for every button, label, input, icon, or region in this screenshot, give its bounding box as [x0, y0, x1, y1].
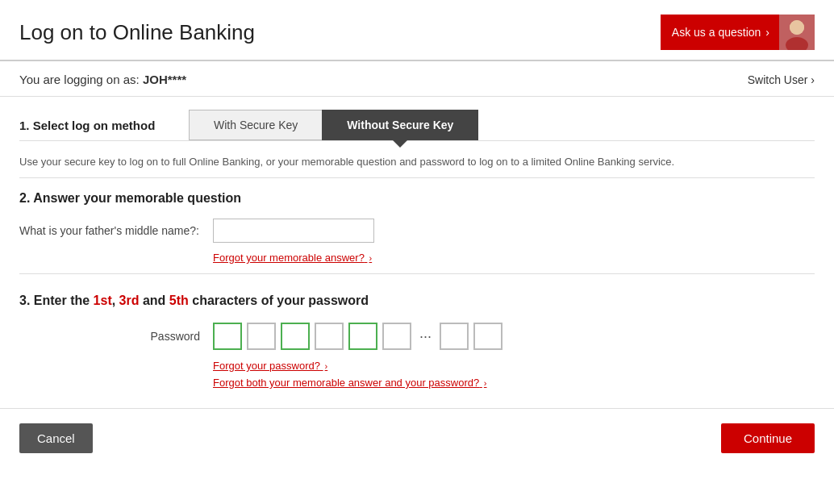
password-box-5[interactable] [348, 323, 377, 350]
switch-user-link[interactable]: Switch User › [748, 73, 815, 86]
tab-with-key-label: With Secure Key [214, 119, 298, 131]
footer-bar: Cancel Continue [0, 408, 834, 468]
password-box-1[interactable] [213, 323, 242, 350]
section-select-method: 1. Select log on method With Secure Key … [19, 97, 815, 141]
password-box-8[interactable] [473, 323, 502, 350]
password-box-6[interactable] [382, 323, 411, 350]
page-title: Log on to Online Banking [19, 20, 255, 45]
forgot-both-label: Forgot both your memorable answer and yo… [213, 377, 479, 389]
switch-user-label: Switch User [748, 73, 808, 86]
section-password: 3. Enter the 1st, 3rd and 5th characters… [19, 287, 815, 389]
memorable-question-row: What is your father's middle name?: [19, 219, 815, 243]
user-greeting: You are logging on as: JOH**** [19, 73, 186, 86]
section3-heading: 3. Enter the 1st, 3rd and 5th characters… [19, 294, 815, 308]
forgot-memorable-answer-row: Forgot your memorable answer? › [19, 251, 815, 264]
section3-prefix: 3. Enter the [19, 294, 94, 307]
section3-suffix: characters of your password [189, 294, 369, 307]
avatar-svg [779, 15, 815, 50]
ask-avatar [779, 15, 815, 50]
section3-sep1: , [112, 294, 119, 307]
section-divider [19, 273, 815, 274]
password-box-7[interactable] [440, 323, 469, 350]
forgot-memorable-arrow-icon: › [369, 253, 372, 263]
section1-label: 1. Select log on method [19, 119, 181, 132]
tab-without-secure-key[interactable]: Without Secure Key [322, 110, 478, 140]
forgot-memorable-link-label: Forgot your memorable answer? [213, 252, 365, 264]
password-links: Forgot your password? › Forgot both your… [19, 360, 815, 389]
sub-header: You are logging on as: JOH**** Switch Us… [0, 61, 834, 97]
cancel-button[interactable]: Cancel [19, 423, 93, 453]
memorable-question-label: What is your father's middle name?: [19, 224, 213, 237]
password-row: Password ··· [19, 323, 815, 350]
ask-question-label: Ask us a question [672, 26, 761, 39]
main-content: 1. Select log on method With Secure Key … [0, 97, 834, 389]
forgot-password-arrow-icon: › [325, 361, 328, 371]
continue-button[interactable]: Continue [721, 423, 815, 453]
password-box-3[interactable] [281, 323, 310, 350]
forgot-password-label: Forgot your password? [213, 360, 320, 372]
header: Log on to Online Banking Ask us a questi… [0, 0, 834, 61]
ask-question-text-button[interactable]: Ask us a question › [661, 15, 779, 50]
section3-highlight3: 5th [169, 294, 189, 307]
svg-point-3 [790, 20, 804, 35]
info-text: Use your secure key to log on to full On… [19, 141, 815, 178]
password-boxes: ··· [213, 323, 502, 350]
password-box-4[interactable] [315, 323, 344, 350]
ask-question-button[interactable]: Ask us a question › [661, 15, 815, 50]
section3-highlight1: 1st [94, 294, 112, 307]
password-box-2[interactable] [247, 323, 276, 350]
section3-sep2: and [140, 294, 169, 307]
tab-with-secure-key[interactable]: With Secure Key [189, 110, 322, 140]
forgot-both-link[interactable]: Forgot both your memorable answer and yo… [213, 377, 815, 389]
section2-heading: 2. Answer your memorable question [19, 191, 815, 206]
section3-highlight2: 3rd [119, 294, 140, 307]
password-ellipsis: ··· [419, 328, 432, 345]
ask-question-arrow-icon: › [765, 26, 769, 39]
memorable-answer-input[interactable] [213, 219, 374, 243]
forgot-password-link[interactable]: Forgot your password? › [213, 360, 815, 372]
greeting-prefix: You are logging on as: [19, 73, 143, 86]
forgot-both-arrow-icon: › [484, 378, 487, 388]
section-memorable-question: 2. Answer your memorable question What i… [19, 178, 815, 264]
tab-without-key-label: Without Secure Key [347, 119, 453, 131]
password-label: Password [19, 330, 213, 343]
switch-user-arrow-icon: › [811, 73, 815, 86]
tab-bar: With Secure Key Without Secure Key [189, 110, 478, 140]
username-display: JOH**** [143, 73, 186, 86]
forgot-memorable-answer-link[interactable]: Forgot your memorable answer? › [213, 252, 372, 264]
